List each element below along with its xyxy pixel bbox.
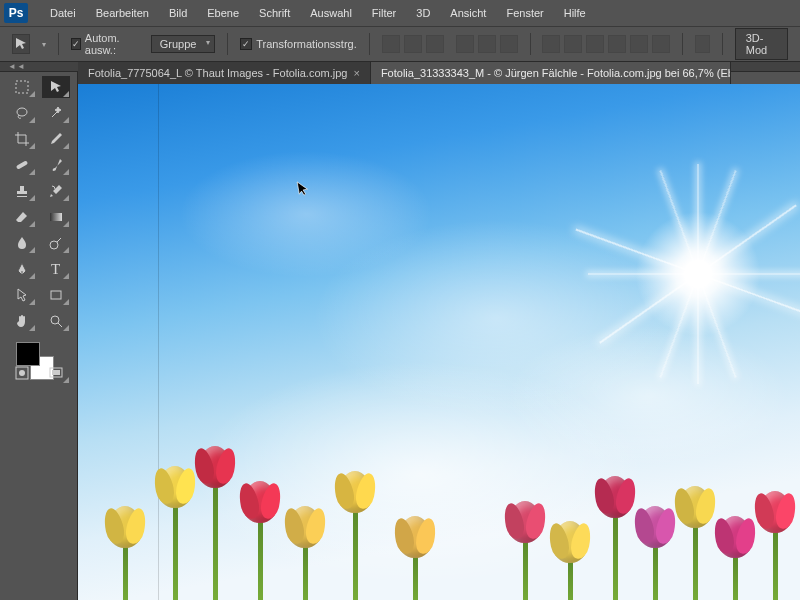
svg-rect-10 [52, 370, 60, 375]
eraser-icon [14, 209, 30, 225]
distribute-bottom-button[interactable] [586, 35, 604, 53]
3d-mode-button[interactable]: 3D-Mod [735, 28, 788, 60]
menu-hilfe[interactable]: Hilfe [554, 0, 596, 26]
gradient-tool[interactable] [42, 206, 70, 228]
dodge-tool[interactable] [42, 232, 70, 254]
crop-tool[interactable] [8, 128, 36, 150]
auto-select-label: Autom. ausw.: [85, 32, 139, 56]
transform-controls-label: Transformationsstrg. [256, 38, 356, 50]
type-icon: T [51, 261, 60, 278]
menu-ansicht[interactable]: Ansicht [440, 0, 496, 26]
distribute-vcenter-button[interactable] [564, 35, 582, 53]
brush-icon [48, 157, 64, 173]
history-brush-tool[interactable] [42, 180, 70, 202]
eyedropper-icon [48, 131, 64, 147]
canvas-image [78, 84, 800, 600]
tulips [78, 444, 800, 600]
path-select-tool[interactable] [8, 284, 36, 306]
divider [682, 33, 683, 55]
quickmask-button[interactable] [8, 362, 36, 384]
screen-icon [48, 365, 64, 381]
move-icon [48, 79, 64, 95]
tulip [718, 516, 752, 600]
app-icon: Ps [4, 3, 28, 23]
pen-icon [14, 261, 30, 277]
tulip [288, 506, 322, 600]
divider [369, 33, 370, 55]
sunray [697, 164, 699, 384]
tulip [638, 506, 672, 600]
drop-icon [14, 235, 30, 251]
lasso-tool[interactable] [8, 102, 36, 124]
tulip [508, 501, 542, 600]
screenmode-button[interactable] [42, 362, 70, 384]
zoom-tool[interactable] [42, 310, 70, 332]
sun [618, 194, 778, 354]
document-tab[interactable]: Fotolia_31333343_M - © Jürgen Fälchle - … [371, 62, 731, 84]
eyedropper-tool[interactable] [42, 128, 70, 150]
svg-point-4 [50, 241, 58, 249]
chevron-down-icon[interactable]: ▾ [42, 40, 46, 49]
tools-panel: T [0, 72, 78, 600]
svg-point-6 [51, 316, 59, 324]
marquee-icon [14, 79, 30, 95]
align-buttons-group-1 [382, 35, 444, 53]
close-icon[interactable]: × [353, 62, 359, 84]
menu-ebene[interactable]: Ebene [197, 0, 249, 26]
menu-bearbeiten[interactable]: Bearbeiten [86, 0, 159, 26]
align-vcenter-button[interactable] [404, 35, 422, 53]
history-brush-icon [48, 183, 64, 199]
menu-bar: Ps Datei Bearbeiten Bild Ebene Schrift A… [0, 0, 800, 26]
lasso-icon [14, 105, 30, 121]
tab-label: Fotolia_31333343_M - © Jürgen Fälchle - … [381, 62, 731, 84]
distribute-right-button[interactable] [652, 35, 670, 53]
hand-icon [14, 313, 30, 329]
shape-tool[interactable] [42, 284, 70, 306]
pen-tool[interactable] [8, 258, 36, 280]
auto-select-checkbox[interactable]: ✓ Autom. ausw.: [71, 32, 139, 56]
distribute-top-button[interactable] [542, 35, 560, 53]
align-right-button[interactable] [500, 35, 518, 53]
blur-tool[interactable] [8, 232, 36, 254]
menu-bild[interactable]: Bild [159, 0, 197, 26]
quickmask-icon [14, 365, 30, 381]
menu-3d[interactable]: 3D [406, 0, 440, 26]
tulip [108, 506, 142, 600]
align-top-button[interactable] [382, 35, 400, 53]
auto-align-button[interactable] [695, 35, 710, 53]
dodge-icon [48, 235, 64, 251]
stamp-tool[interactable] [8, 180, 36, 202]
divider [227, 33, 228, 55]
healing-tool[interactable] [8, 154, 36, 176]
document-tab[interactable]: Fotolia_7775064_L © Thaut Images - Fotol… [78, 62, 371, 84]
tulip [198, 446, 232, 600]
eraser-tool[interactable] [8, 206, 36, 228]
move-icon [13, 36, 29, 52]
marquee-tool[interactable] [8, 76, 36, 98]
hand-tool[interactable] [8, 310, 36, 332]
align-bottom-button[interactable] [426, 35, 444, 53]
menu-filter[interactable]: Filter [362, 0, 406, 26]
svg-rect-5 [51, 291, 61, 299]
distribute-left-button[interactable] [608, 35, 626, 53]
arrow-icon [14, 287, 30, 303]
sunray [588, 273, 800, 275]
align-left-button[interactable] [456, 35, 474, 53]
type-tool[interactable]: T [42, 258, 70, 280]
divider [530, 33, 531, 55]
menu-schrift[interactable]: Schrift [249, 0, 300, 26]
move-tool[interactable] [42, 76, 70, 98]
current-tool-indicator[interactable] [12, 34, 30, 54]
magic-wand-tool[interactable] [42, 102, 70, 124]
distribute-hcenter-button[interactable] [630, 35, 648, 53]
tulip [338, 471, 372, 600]
canvas-area[interactable] [78, 84, 800, 600]
menu-datei[interactable]: Datei [40, 0, 86, 26]
brush-tool[interactable] [42, 154, 70, 176]
svg-point-8 [19, 370, 25, 376]
menu-fenster[interactable]: Fenster [496, 0, 553, 26]
menu-auswahl[interactable]: Auswahl [300, 0, 362, 26]
transform-controls-checkbox[interactable]: ✓ Transformationsstrg. [240, 38, 356, 50]
auto-select-dropdown[interactable]: Gruppe [151, 35, 216, 53]
align-hcenter-button[interactable] [478, 35, 496, 53]
